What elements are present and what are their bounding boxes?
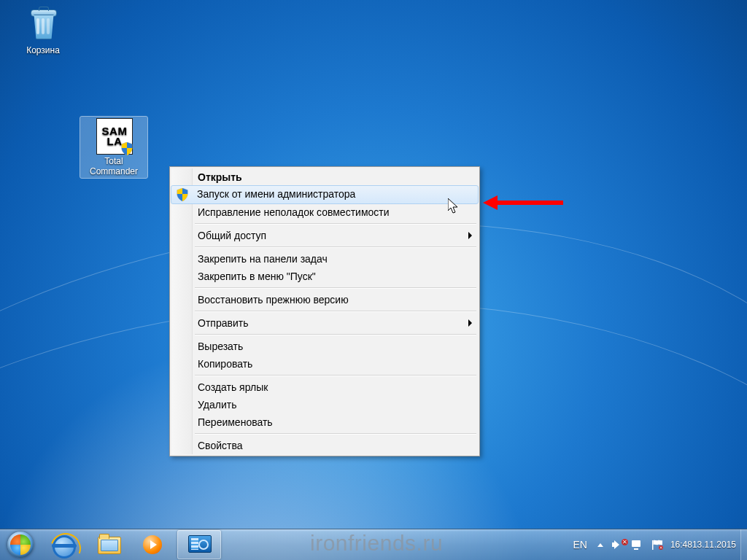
menu-item-label: Закрепить на панели задач [198, 253, 328, 265]
menu-item[interactable]: Закрепить на панели задач [171, 250, 478, 268]
icon-label: Корзина [15, 45, 71, 55]
desktop[interactable]: Корзина SAM LA Total Commander ОткрытьЗа… [0, 0, 747, 560]
menu-item-label: Создать ярлык [198, 381, 268, 393]
menu-item[interactable]: Закрепить в меню "Пуск" [171, 268, 478, 285]
network-icon [631, 540, 643, 550]
tray-network[interactable] [627, 529, 647, 560]
app-icon: SAM LA [96, 118, 131, 153]
menu-item[interactable]: Запуск от имени администратора [171, 185, 479, 204]
menu-item[interactable]: Переименовать [171, 413, 478, 431]
menu-item[interactable]: Копировать [171, 355, 478, 373]
shield-icon [120, 142, 133, 155]
menu-separator [195, 287, 476, 289]
menu-item[interactable]: Удалить [171, 396, 478, 413]
menu-item-label: Исправление неполадок совместимости [198, 206, 390, 218]
chevron-right-icon [468, 319, 472, 327]
menu-item-label: Восстановить прежнюю версию [198, 294, 349, 306]
annotation-arrow [483, 195, 563, 210]
recycle-bin-icon [26, 7, 61, 42]
menu-item[interactable]: Отправить [171, 314, 478, 332]
media-player-icon [143, 535, 165, 554]
taskbar: EN ✕ ✕ 16:48 13.11.2015 [0, 529, 747, 560]
menu-item-label: Закрепить в меню "Пуск" [198, 271, 316, 282]
tray-language[interactable]: EN [567, 529, 592, 560]
tray-clock[interactable]: 16:48 13.11.2015 [667, 529, 740, 560]
start-button[interactable] [0, 529, 41, 560]
tray-date: 13.11.2015 [692, 540, 736, 550]
taskbar-app-control-panel[interactable] [177, 530, 221, 559]
menu-item-label: Общий доступ [198, 230, 266, 241]
menu-item[interactable]: Открыть [171, 168, 478, 186]
menu-item[interactable]: Создать ярлык [171, 378, 478, 396]
icon-label: Total Commander [80, 156, 147, 176]
chevron-up-icon [597, 543, 603, 547]
desktop-icon-total-commander[interactable]: SAM LA Total Commander [80, 117, 147, 178]
taskbar-app-media-player[interactable] [132, 530, 176, 559]
menu-item-label: Открыть [198, 171, 242, 183]
menu-item-label: Копировать [198, 358, 252, 370]
chevron-right-icon [468, 232, 472, 239]
tray-show-hidden[interactable] [593, 529, 608, 560]
menu-separator [195, 311, 476, 312]
menu-item[interactable]: Исправление неполадок совместимости [171, 203, 478, 221]
tray-volume[interactable]: ✕ [608, 529, 627, 560]
menu-item[interactable]: Вырезать [171, 338, 478, 355]
taskbar-app-internet-explorer[interactable] [42, 530, 85, 559]
menu-item-label: Удалить [198, 399, 236, 411]
menu-separator [195, 246, 476, 248]
tray-action-center[interactable]: ✕ [647, 529, 667, 560]
control-panel-icon [188, 535, 210, 554]
system-tray: EN ✕ ✕ 16:48 13.11.2015 [567, 529, 747, 560]
menu-item-label: Запуск от имени администратора [197, 188, 355, 200]
context-menu: ОткрытьЗапуск от имени администратораИсп… [169, 166, 480, 456]
menu-item[interactable]: Общий доступ [171, 227, 478, 244]
menu-separator [195, 334, 476, 335]
folder-icon [98, 535, 120, 554]
flag-icon: ✕ [651, 540, 663, 550]
svg-text:✕: ✕ [659, 545, 662, 550]
taskbar-app-file-explorer[interactable] [87, 530, 131, 559]
show-desktop-button[interactable] [740, 529, 747, 560]
menu-separator [195, 223, 476, 225]
menu-item[interactable]: Восстановить прежнюю версию [171, 291, 478, 308]
menu-separator [195, 375, 476, 376]
desktop-icon-recycle-bin[interactable]: Корзина [15, 7, 71, 55]
speaker-muted-icon: ✕ [612, 540, 622, 549]
ie-icon [53, 535, 74, 554]
svg-rect-0 [652, 540, 654, 550]
menu-separator [195, 433, 476, 435]
menu-item-label: Свойства [198, 440, 242, 451]
windows-orb-icon [7, 532, 34, 558]
menu-item-label: Отправить [198, 317, 248, 329]
tray-time: 16:48 [670, 540, 692, 550]
menu-item-label: Переименовать [198, 416, 273, 428]
shield-icon [176, 188, 189, 201]
menu-item[interactable]: Свойства [171, 437, 478, 454]
menu-item-label: Вырезать [198, 341, 243, 352]
